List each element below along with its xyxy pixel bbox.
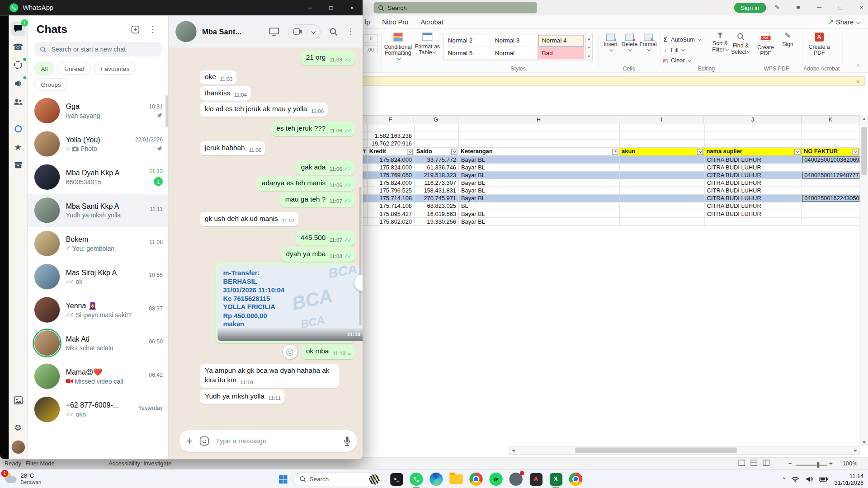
filter-header-saldo[interactable]: Saldo: [414, 148, 458, 156]
style-gallery-item[interactable]: Normal 3: [491, 34, 538, 47]
channels-nav-icon[interactable]: [11, 76, 25, 90]
message-bubble[interactable]: gak ada11:06✓✓: [296, 160, 355, 175]
cell[interactable]: [802, 179, 860, 187]
filter-dropdown-button[interactable]: [697, 149, 703, 155]
settings-icon[interactable]: ⚙: [11, 420, 25, 435]
style-gallery-item[interactable]: Normal 5: [443, 47, 491, 60]
conversation-header[interactable]: Mba Sant... ⋮: [169, 15, 363, 47]
cell[interactable]: [415, 140, 459, 148]
cell[interactable]: [363, 140, 368, 148]
cell[interactable]: 33.775.772: [415, 156, 459, 164]
minimize-button[interactable]: ─: [299, 0, 321, 15]
message-bubble[interactable]: m-Transfer:BERHASIL31/01/2026 11:10:04Ke…: [215, 263, 355, 343]
transfer-receipt-image[interactable]: m-Transfer:BERHASIL31/01/2026 11:10:04Ke…: [217, 266, 363, 341]
cell[interactable]: [363, 172, 368, 179]
chrome-app-icon[interactable]: [469, 472, 483, 486]
cell[interactable]: 04002500117948777: [802, 172, 860, 179]
cell[interactable]: [705, 218, 802, 225]
screen-share-icon[interactable]: [269, 28, 279, 36]
filter-dropdown-button[interactable]: [407, 149, 413, 155]
message-bubble[interactable]: Yudh ya mksh yolla11:11: [200, 389, 284, 404]
collapse-ribbon-button[interactable]: ^: [857, 63, 860, 69]
filter-header-akun[interactable]: akun: [619, 148, 704, 156]
message-bubble[interactable]: klo ad es teh jeruk ak mau y yolla11:06: [200, 103, 328, 117]
filter-unread[interactable]: Unread: [58, 62, 91, 75]
status-nav-icon[interactable]: [11, 58, 25, 72]
cell[interactable]: 19.330.256: [415, 218, 459, 225]
browser-app-icon[interactable]: [569, 472, 583, 486]
message-bubble[interactable]: Ya ampun ak gk bca wa dyah hahaha ak kir…: [200, 364, 340, 388]
style-gallery-item[interactable]: Normal 2: [443, 34, 491, 47]
chat-list-item[interactable]: Mba Dyah Kkp A 6600534015 11:13 1: [28, 160, 168, 193]
volume-icon[interactable]: [806, 476, 813, 483]
wifi-icon[interactable]: [791, 476, 799, 482]
column-header-sliver[interactable]: [363, 115, 367, 125]
cell[interactable]: [620, 156, 704, 164]
cell[interactable]: [363, 202, 368, 210]
message-bubble[interactable]: dyah ya mba11:08✓✓: [281, 247, 355, 262]
message-bubble[interactable]: gk ush deh ak ud manis11:07: [200, 212, 298, 226]
voice-message-icon[interactable]: [343, 436, 352, 446]
column-header-F[interactable]: F: [367, 115, 414, 125]
call-options-chevron[interactable]: [311, 29, 316, 34]
cell[interactable]: [802, 140, 860, 148]
cell[interactable]: CITRA BUDI LUHUR: [705, 164, 802, 171]
weather-widget[interactable]: 1 28°C Berawan: [3, 472, 41, 486]
meta-ai-icon[interactable]: [11, 122, 25, 136]
chat-search-input[interactable]: [52, 46, 156, 53]
cell[interactable]: [802, 164, 860, 171]
chat-list-item[interactable]: Bokem ✓You: gembolan 11:08: [28, 227, 168, 260]
clock[interactable]: 11:14 31/01/2026: [835, 473, 863, 486]
cell[interactable]: Bayar BL: [459, 195, 620, 202]
cell[interactable]: CITRA BUDI LUHUR: [705, 179, 802, 187]
vertical-scrollbar[interactable]: ▲ ▼: [860, 115, 868, 446]
cell[interactable]: [620, 125, 704, 132]
message-bubble[interactable]: thankiss11:04: [200, 86, 251, 101]
cell[interactable]: 219.518.323: [415, 172, 459, 179]
scroll-right-arrow[interactable]: ▸: [854, 446, 857, 454]
cell[interactable]: [363, 195, 368, 202]
create-pdf-button[interactable]: Create PDF: [755, 33, 777, 56]
cell[interactable]: 175.824.000: [368, 179, 415, 187]
zoom-slider[interactable]: [796, 465, 827, 466]
cell[interactable]: [802, 132, 860, 140]
message-bubble[interactable]: mau ga teh ?11:07✓✓: [280, 192, 355, 207]
cell[interactable]: [363, 210, 368, 218]
filter-header-keterangan[interactable]: Keterangan: [458, 148, 619, 156]
message-menu-chevron[interactable]: [348, 352, 352, 356]
gallery-more-button[interactable]: ≡: [586, 52, 593, 61]
cell[interactable]: [368, 125, 415, 132]
column-header-I[interactable]: I: [619, 115, 704, 125]
delete-cells-button[interactable]: × Delete: [620, 34, 639, 53]
style-gallery-item[interactable]: Normal 4: [538, 34, 585, 47]
contact-avatar[interactable]: [175, 21, 197, 42]
cell[interactable]: 270.745.971: [415, 195, 459, 202]
chat-list-item[interactable]: Mas Siroj Kkp A ✓✓ok 10:55: [28, 260, 168, 293]
cell[interactable]: [802, 125, 860, 132]
cell[interactable]: Bayar BL: [459, 210, 620, 218]
cell[interactable]: 1.582.163.238: [368, 132, 415, 140]
cell[interactable]: [705, 125, 802, 132]
cell[interactable]: BL: [459, 202, 620, 210]
scroll-left-arrow[interactable]: ◂: [512, 446, 515, 454]
column-header-H[interactable]: H: [458, 115, 619, 125]
message-bubble[interactable]: 445.50011:07✓✓: [296, 231, 355, 246]
adobe-app-icon[interactable]: A: [528, 472, 543, 486]
cell[interactable]: CITRA BUDI LUHUR: [705, 187, 802, 195]
cell[interactable]: [802, 218, 860, 225]
vertical-scroll-thumb[interactable]: [861, 127, 867, 175]
cell[interactable]: 158.431.831: [415, 187, 459, 195]
find-select-button[interactable]: Find & Select: [731, 33, 750, 55]
cell[interactable]: [802, 210, 860, 218]
clear-button[interactable]: ◩Clear: [662, 55, 707, 65]
chat-list-scrollbar[interactable]: [165, 95, 168, 127]
cell[interactable]: Bayar BL: [459, 156, 620, 164]
conversation-scrollbar[interactable]: [359, 187, 362, 325]
cell[interactable]: CITRA BUDI LUHUR: [705, 210, 802, 218]
chat-list-item[interactable]: +62 877-6009-... ✓✓okn Yesterday: [28, 393, 168, 426]
sign-button[interactable]: ✎ Sign: [778, 33, 797, 47]
filter-dropdown-button[interactable]: [612, 149, 618, 155]
column-header-K[interactable]: K: [802, 115, 860, 125]
filter-dropdown-button[interactable]: [451, 149, 457, 155]
sticker-emoji-icon[interactable]: [199, 436, 209, 446]
